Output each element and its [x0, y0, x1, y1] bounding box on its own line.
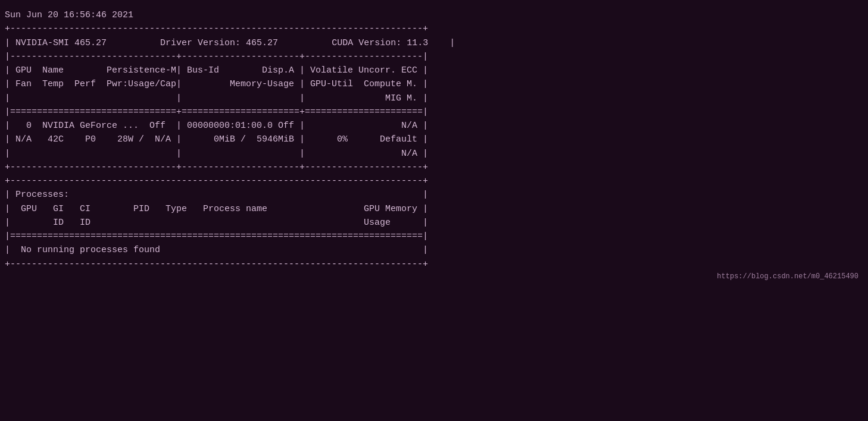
nvidia-smi-output: +---------------------------------------… — [5, 22, 863, 174]
cuda-version: CUDA Version: 11.3 — [332, 38, 428, 48]
watermark: https://blog.csdn.net/m0_46215490 — [5, 271, 863, 282]
nvidia-smi-version: NVIDIA-SMI 465.27 — [15, 38, 107, 48]
terminal-window: Sun Jun 20 16:56:46 2021 +--------------… — [0, 5, 868, 285]
processes-output: +---------------------------------------… — [5, 174, 863, 271]
timestamp: Sun Jun 20 16:56:46 2021 — [5, 8, 863, 22]
driver-version: Driver Version: 465.27 — [160, 38, 278, 48]
